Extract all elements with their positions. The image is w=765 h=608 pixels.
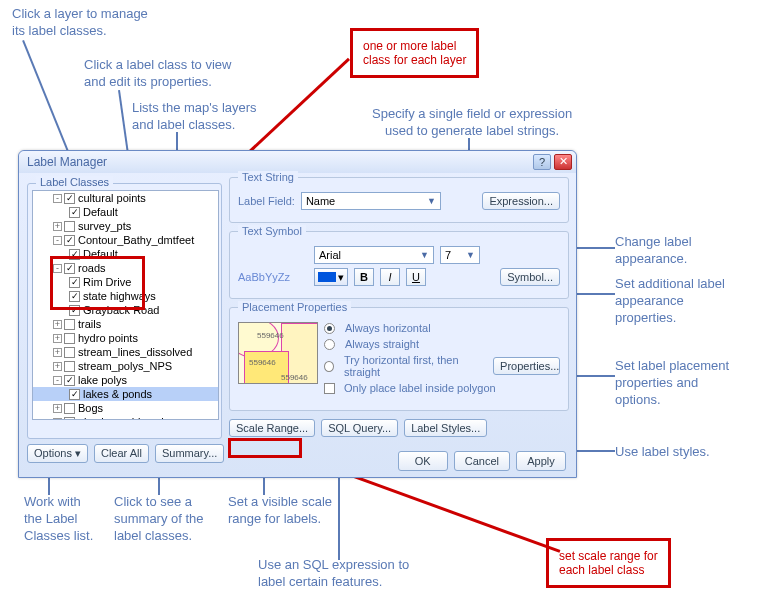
radio-label: Always horizontal	[345, 322, 431, 334]
color-button[interactable]: ▾	[314, 268, 348, 286]
radio-label: Always straight	[345, 338, 419, 350]
expression-button[interactable]: Expression...	[482, 192, 560, 210]
checkbox[interactable]	[64, 221, 75, 232]
tree-row[interactable]: -✓lake polys	[33, 373, 218, 387]
radio-horizontal-first[interactable]	[324, 361, 334, 372]
checkbox[interactable]: ✓	[64, 193, 75, 204]
callout-label-class-per-layer: one or more label class for each layer	[350, 28, 479, 78]
tree-row[interactable]: ✓Grayback Road	[33, 303, 218, 317]
ok-button[interactable]: OK	[398, 451, 448, 471]
underline-button[interactable]: U	[406, 268, 426, 286]
chevron-down-icon: ▾	[338, 271, 344, 284]
label-field-select[interactable]: Name ▼	[301, 192, 441, 210]
tree-row[interactable]: +hydro points	[33, 331, 218, 345]
radio-always-horizontal[interactable]	[324, 323, 335, 334]
options-button[interactable]: Options ▾	[27, 444, 88, 463]
italic-button[interactable]: I	[380, 268, 400, 286]
checkbox[interactable]: ✓	[64, 235, 75, 246]
annotation-labelclass-edit: Click a label class to view and edit its…	[84, 57, 231, 91]
tree-item-label: roads	[78, 262, 106, 274]
expand-icon[interactable]: +	[53, 418, 62, 421]
dialog-buttons: OK Cancel Apply	[398, 451, 566, 471]
expand-icon[interactable]: +	[53, 222, 62, 231]
sql-query-button[interactable]: SQL Query...	[321, 419, 398, 437]
checkbox[interactable]	[64, 417, 75, 421]
checkbox[interactable]	[64, 361, 75, 372]
clear-all-button[interactable]: Clear All	[94, 444, 149, 463]
expand-icon[interactable]: +	[53, 348, 62, 357]
bold-button[interactable]: B	[354, 268, 374, 286]
checkbox[interactable]: ✓	[64, 263, 75, 274]
font-select[interactable]: Arial ▼	[314, 246, 434, 264]
collapse-icon[interactable]: -	[53, 376, 62, 385]
collapse-icon[interactable]: -	[53, 264, 62, 273]
tree-row[interactable]: ✓Default	[33, 247, 218, 261]
checkbox[interactable]: ✓	[69, 389, 80, 400]
annotation-label-styles: Use label styles.	[615, 444, 710, 461]
leader-7	[575, 375, 615, 377]
titlebar: Label Manager ? ✕	[19, 151, 576, 173]
apply-button[interactable]: Apply	[516, 451, 566, 471]
checkbox[interactable]: ✓	[69, 277, 80, 288]
placement-properties-group: Placement Properties 559646 559646 55964…	[229, 307, 569, 411]
tree-row[interactable]: +trails	[33, 317, 218, 331]
checkbox[interactable]	[64, 347, 75, 358]
summary-button[interactable]: Summary...	[155, 444, 224, 463]
chevron-down-icon: ▼	[420, 250, 429, 260]
label-classes-tree[interactable]: -✓cultural points✓Default+survey_pts-✓Co…	[32, 190, 219, 420]
tree-row[interactable]: +stream_polys_NPS	[33, 359, 218, 373]
tree-item-label: Contour_Bathy_dmtfeet	[78, 234, 194, 246]
chevron-down-icon: ▼	[427, 196, 436, 206]
annotation-options: Work with the Label Classes list.	[24, 494, 93, 545]
checkbox[interactable]	[64, 403, 75, 414]
tree-row[interactable]: ✓Default	[33, 205, 218, 219]
checkbox[interactable]	[64, 319, 75, 330]
annotation-list-layers: Lists the map's layers and label classes…	[132, 100, 257, 134]
properties-button[interactable]: Properties...	[493, 357, 560, 375]
tree-row[interactable]: -✓roads	[33, 261, 218, 275]
expand-icon[interactable]: +	[53, 334, 62, 343]
tree-item-label: physiographic polys	[78, 416, 175, 420]
tree-row[interactable]: +survey_pts	[33, 219, 218, 233]
color-swatch	[318, 272, 336, 282]
label-classes-panel-label: Label Classes	[36, 176, 113, 188]
expand-icon[interactable]: +	[53, 320, 62, 329]
label-styles-button[interactable]: Label Styles...	[404, 419, 487, 437]
help-button[interactable]: ?	[533, 154, 551, 170]
checkbox[interactable]: ✓	[69, 291, 80, 302]
checkbox[interactable]: ✓	[69, 207, 80, 218]
checkbox[interactable]	[64, 333, 75, 344]
check-inside-polygon[interactable]	[324, 383, 335, 394]
thumb-label: 559646	[257, 331, 284, 340]
tree-row[interactable]: ✓Rim Drive	[33, 275, 218, 289]
close-button[interactable]: ✕	[554, 154, 572, 170]
checkbox[interactable]: ✓	[69, 305, 80, 316]
chevron-down-icon: ▼	[466, 250, 475, 260]
check-label: Only place label inside polygon	[344, 382, 496, 394]
tree-row[interactable]: -✓cultural points	[33, 191, 218, 205]
tree-row[interactable]: +stream_lines_dissolved	[33, 345, 218, 359]
tree-item-label: Default	[83, 248, 118, 260]
tree-row[interactable]: -✓Contour_Bathy_dmtfeet	[33, 233, 218, 247]
tree-row[interactable]: ✓lakes & ponds	[33, 387, 218, 401]
label-manager-dialog: Label Manager ? ✕ Label Classes -✓cultur…	[18, 150, 577, 478]
placement-properties-label: Placement Properties	[238, 301, 351, 313]
annotation-sql: Use an SQL expression to label certain f…	[258, 557, 409, 591]
tree-row[interactable]: +Bogs	[33, 401, 218, 415]
radio-always-straight[interactable]	[324, 339, 335, 350]
collapse-icon[interactable]: -	[53, 194, 62, 203]
symbol-button[interactable]: Symbol...	[500, 268, 560, 286]
tree-row[interactable]: ✓state highways	[33, 289, 218, 303]
radio-label: Try horizontal first, then straight	[344, 354, 481, 378]
checkbox[interactable]: ✓	[64, 375, 75, 386]
expand-icon[interactable]: +	[53, 362, 62, 371]
size-select[interactable]: 7 ▼	[440, 246, 480, 264]
tree-item-label: lakes & ponds	[83, 388, 152, 400]
cancel-button[interactable]: Cancel	[454, 451, 510, 471]
collapse-icon[interactable]: -	[53, 236, 62, 245]
checkbox[interactable]: ✓	[69, 249, 80, 260]
scale-range-button[interactable]: Scale Range...	[229, 419, 315, 437]
annotation-layer-manage: Click a layer to manage its label classe…	[12, 6, 148, 40]
tree-row[interactable]: +physiographic polys	[33, 415, 218, 420]
expand-icon[interactable]: +	[53, 404, 62, 413]
